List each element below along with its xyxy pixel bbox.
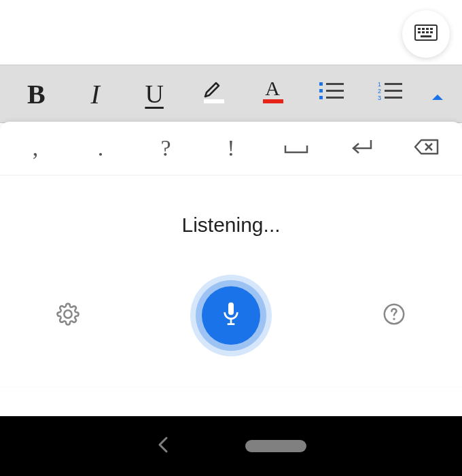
svg-rect-25 xyxy=(228,303,234,316)
underline-button[interactable]: U xyxy=(125,65,184,122)
svg-rect-6 xyxy=(422,31,425,33)
question-label: ? xyxy=(160,135,171,161)
mic-core xyxy=(202,286,260,345)
svg-rect-16 xyxy=(326,90,344,92)
exclamation-button[interactable]: ! xyxy=(198,122,264,175)
expand-toolbar-button[interactable] xyxy=(420,65,455,122)
enter-icon xyxy=(348,135,375,162)
bulleted-list-button[interactable] xyxy=(302,65,361,122)
svg-rect-4 xyxy=(430,28,433,30)
svg-rect-9 xyxy=(421,35,431,37)
dictation-area: Listening... xyxy=(0,175,462,386)
gear-icon xyxy=(56,303,79,328)
svg-rect-22 xyxy=(385,90,402,92)
svg-rect-10 xyxy=(204,99,224,103)
svg-text:A: A xyxy=(265,77,280,99)
svg-rect-14 xyxy=(326,83,344,85)
keyboard-icon xyxy=(414,24,438,44)
top-spacer xyxy=(0,0,462,65)
svg-rect-12 xyxy=(263,99,283,103)
font-color-icon: A xyxy=(257,76,287,112)
exclaim-label: ! xyxy=(227,135,234,161)
format-toolbar: B I U A xyxy=(0,65,462,123)
svg-rect-8 xyxy=(430,31,433,33)
settings-button[interactable] xyxy=(54,302,82,329)
highlight-button[interactable] xyxy=(184,65,243,122)
bold-button[interactable]: B xyxy=(7,65,66,122)
microphone-icon xyxy=(219,301,243,330)
chevron-up-icon xyxy=(431,80,444,108)
keyboard-toggle-button[interactable] xyxy=(402,10,450,58)
microphone-button[interactable] xyxy=(190,275,272,356)
comma-label: , xyxy=(33,135,39,161)
italic-icon: I xyxy=(91,78,100,110)
font-color-button[interactable]: A xyxy=(243,65,302,122)
svg-rect-3 xyxy=(426,28,429,30)
svg-rect-24 xyxy=(385,97,402,99)
svg-rect-1 xyxy=(418,28,421,30)
dictation-controls xyxy=(0,275,462,356)
numbered-list-icon: 1 2 3 xyxy=(376,80,404,108)
underline-icon: U xyxy=(145,79,163,109)
bulleted-list-icon xyxy=(318,80,345,108)
svg-rect-20 xyxy=(385,83,402,85)
backspace-icon xyxy=(413,135,440,162)
question-button[interactable]: ? xyxy=(133,122,198,175)
italic-button[interactable]: I xyxy=(66,65,125,122)
svg-text:1: 1 xyxy=(378,81,381,88)
svg-rect-7 xyxy=(426,31,429,33)
svg-rect-2 xyxy=(422,28,425,30)
period-label: . xyxy=(98,135,104,161)
svg-rect-13 xyxy=(319,82,323,86)
space-button[interactable] xyxy=(264,122,329,175)
period-button[interactable]: . xyxy=(68,122,133,175)
backspace-button[interactable] xyxy=(394,122,459,175)
home-pill[interactable] xyxy=(245,440,306,452)
punctuation-bar: , . ? ! xyxy=(0,122,462,175)
svg-text:3: 3 xyxy=(378,95,381,101)
back-button[interactable] xyxy=(156,435,171,457)
svg-rect-18 xyxy=(326,97,344,99)
punctuation-panel: , . ? ! Listening... xyxy=(0,122,462,386)
numbered-list-button[interactable]: 1 2 3 xyxy=(361,65,420,122)
svg-point-29 xyxy=(393,318,395,320)
bold-icon: B xyxy=(27,78,46,110)
highlight-icon xyxy=(198,76,228,112)
help-icon xyxy=(383,303,406,328)
help-button[interactable] xyxy=(380,302,408,329)
comma-button[interactable]: , xyxy=(3,122,68,175)
svg-rect-15 xyxy=(319,89,323,92)
dictation-status: Listening... xyxy=(181,214,280,237)
svg-rect-17 xyxy=(319,96,323,99)
android-navigation-bar xyxy=(0,416,462,476)
svg-rect-5 xyxy=(418,31,421,33)
enter-button[interactable] xyxy=(329,122,394,175)
space-icon xyxy=(283,135,310,162)
svg-text:2: 2 xyxy=(378,88,381,95)
